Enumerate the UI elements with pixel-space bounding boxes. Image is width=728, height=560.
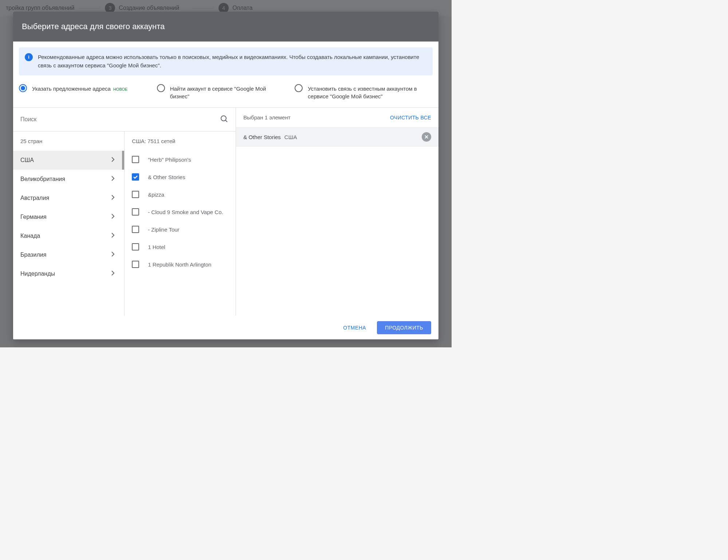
networks-column: США: 7511 сетей "Herb" Philipson's & Oth… (125, 131, 236, 316)
networks-header: США: 7511 сетей (125, 131, 236, 151)
browse-column: 25 стран США Великобритания Австралия Ге… (13, 108, 236, 316)
radio-option-0[interactable]: Указать предложенные адреса НОВОЕ (19, 84, 147, 100)
radio-icon (157, 84, 165, 92)
network-item[interactable]: 1 Republik North Arlington (125, 256, 236, 273)
country-item[interactable]: Бразилия (13, 245, 124, 264)
country-name: Бразилия (20, 252, 46, 258)
networks-list[interactable]: "Herb" Philipson's & Other Stories &pizz… (125, 151, 236, 316)
radio-label: Найти аккаунт в сервисе "Google Мой бизн… (170, 84, 285, 100)
country-name: США (20, 157, 34, 163)
browse-subcolumns: 25 стран США Великобритания Австралия Ге… (13, 131, 236, 316)
chevron-right-icon (111, 270, 115, 277)
network-name: - Zipline Tour (148, 226, 179, 233)
radio-option-1[interactable]: Найти аккаунт в сервисе "Google Мой бизн… (157, 84, 285, 100)
radio-icon (295, 84, 303, 92)
cancel-button[interactable]: ОТМЕНА (335, 321, 374, 334)
network-name: & Other Stories (148, 174, 185, 180)
radio-label: Установить связь с известным аккаунтом в… (308, 84, 422, 100)
countries-header: 25 стран (13, 131, 124, 151)
network-item[interactable]: &pizza (125, 186, 236, 203)
checkbox-icon (132, 173, 139, 181)
dialog-title: Выберите адреса для своего аккаунта (13, 12, 438, 42)
countries-list[interactable]: США Великобритания Австралия Германия Ка… (13, 151, 124, 316)
radio-group: Указать предложенные адреса НОВОЕ Найти … (13, 81, 438, 107)
clear-all-button[interactable]: ОЧИСТИТЬ ВСЕ (390, 115, 431, 121)
country-item[interactable]: Австралия (13, 189, 124, 208)
network-item[interactable]: 1 Hotel (125, 238, 236, 256)
info-text: Рекомендованные адреса можно использоват… (38, 53, 427, 70)
network-name: 1 Republik North Arlington (148, 261, 211, 268)
country-name: Великобритания (20, 176, 65, 182)
radio-icon (19, 84, 27, 92)
network-name: - Cloud 9 Smoke and Vape Co. (148, 209, 223, 215)
dialog-footer: ОТМЕНА ПРОДОЛЖИТЬ (13, 316, 438, 339)
svg-line-1 (225, 120, 227, 122)
chevron-right-icon (111, 251, 115, 259)
checkbox-icon (132, 156, 139, 163)
country-item[interactable]: Нидерланды (13, 264, 124, 283)
network-item[interactable]: - Zipline Tour (125, 221, 236, 238)
radio-label: Указать предложенные адреса НОВОЕ (32, 84, 127, 92)
country-name: Австралия (20, 195, 49, 201)
address-picker-dialog: Выберите адреса для своего аккаунта i Ре… (13, 12, 438, 339)
search-row (13, 108, 236, 131)
picker-body: 25 стран США Великобритания Австралия Ге… (13, 107, 438, 316)
chip-name: & Other Stories (243, 134, 281, 140)
search-icon[interactable] (220, 114, 228, 125)
countries-column: 25 стран США Великобритания Австралия Ге… (13, 131, 125, 316)
checkbox-icon (132, 191, 139, 198)
selected-chip: & Other StoriesСША (236, 127, 438, 147)
selected-header: Выбран 1 элемент ОЧИСТИТЬ ВСЕ (236, 108, 438, 127)
network-item[interactable]: - Cloud 9 Smoke and Vape Co. (125, 203, 236, 221)
chevron-right-icon (111, 176, 115, 183)
network-name: 1 Hotel (148, 244, 165, 250)
selected-chips: & Other StoriesСША (236, 127, 438, 147)
checkbox-icon (132, 208, 139, 216)
chip-country: США (284, 134, 297, 140)
continue-button[interactable]: ПРОДОЛЖИТЬ (377, 321, 431, 334)
network-name: "Herb" Philipson's (148, 157, 191, 163)
country-name: Канада (20, 233, 40, 239)
info-banner: i Рекомендованные адреса можно использов… (19, 47, 433, 75)
search-input[interactable] (20, 116, 220, 123)
country-item[interactable]: Великобритания (13, 170, 124, 189)
network-item[interactable]: "Herb" Philipson's (125, 151, 236, 168)
chevron-right-icon (111, 213, 115, 221)
checkbox-icon (132, 261, 139, 268)
checkbox-icon (132, 243, 139, 251)
network-item[interactable]: & Other Stories (125, 168, 236, 186)
svg-point-0 (221, 116, 226, 121)
selected-column: Выбран 1 элемент ОЧИСТИТЬ ВСЕ & Other St… (236, 108, 438, 316)
chevron-right-icon (111, 157, 115, 164)
country-name: Германия (20, 214, 47, 220)
country-name: Нидерланды (20, 271, 55, 277)
country-item[interactable]: Германия (13, 208, 124, 226)
new-badge: НОВОЕ (112, 87, 127, 91)
chevron-right-icon (111, 232, 115, 240)
checkbox-icon (132, 226, 139, 233)
selected-count: Выбран 1 элемент (243, 114, 290, 121)
radio-option-2[interactable]: Установить связь с известным аккаунтом в… (295, 84, 422, 100)
country-item[interactable]: Канада (13, 226, 124, 245)
remove-chip-button[interactable] (422, 132, 431, 142)
info-icon: i (25, 53, 33, 61)
country-item[interactable]: США (13, 151, 124, 170)
chevron-right-icon (111, 194, 115, 202)
network-name: &pizza (148, 192, 164, 198)
